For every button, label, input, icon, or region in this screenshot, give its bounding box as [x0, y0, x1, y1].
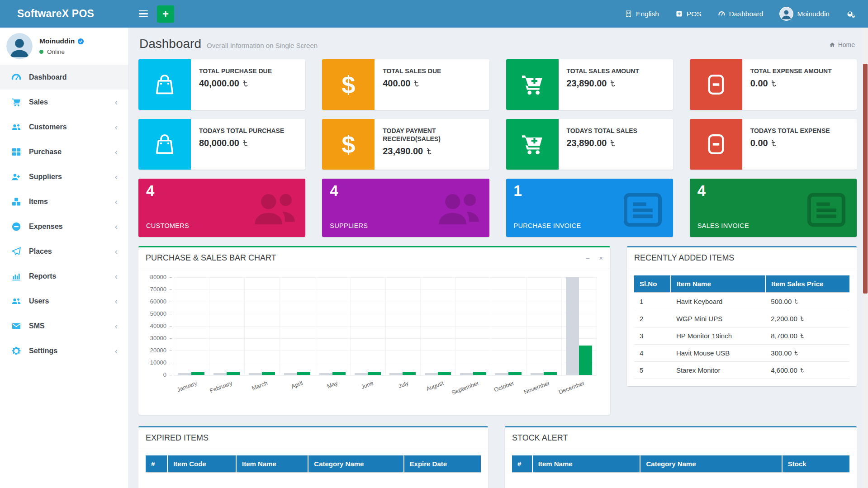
table-cell: Starex Monitor	[671, 362, 765, 379]
expired-items-table: #Item CodeItem NameCategory NameExpire D…	[146, 455, 481, 488]
chevron-left-icon: ‹	[115, 247, 118, 256]
nav-language[interactable]: English	[625, 10, 659, 18]
sidebar-item-items[interactable]: Items‹	[0, 189, 128, 214]
top-navbar: SoftwareX POS + English POS Dashboard Mo…	[0, 0, 868, 28]
sidebar-item-label: Dashboard	[29, 73, 118, 81]
bar-chart-icon	[11, 271, 22, 282]
sidebar-item-expenses[interactable]: Expenses‹	[0, 214, 128, 239]
sidebar-item-places[interactable]: Places‹	[0, 239, 128, 264]
chart-bar-purchase	[425, 373, 438, 375]
sidebar-item-label: Customers	[29, 123, 108, 131]
y-axis-tick-label: 60000	[138, 298, 166, 305]
sidebar-item-label: Expenses	[29, 223, 108, 231]
sidebar-user-panel: Moinuddin Online	[0, 28, 128, 65]
purchase-sales-bar-chart: 0100002000030000400005000060000700008000…	[138, 269, 610, 415]
sidebar-toggle-icon[interactable]	[139, 10, 148, 18]
users-icon	[11, 122, 22, 133]
column-header: Item Name	[671, 275, 765, 293]
app-window: SoftwareX POS + English POS Dashboard Mo…	[0, 0, 868, 488]
gears-icon	[846, 9, 855, 19]
gridline	[561, 277, 562, 375]
gauge-icon	[718, 10, 726, 18]
check-badge-icon	[77, 38, 84, 45]
sidebar-item-customers[interactable]: Customers‹	[0, 114, 128, 139]
table-cell	[782, 473, 849, 488]
axis-tick	[170, 277, 172, 278]
table-cell	[404, 473, 481, 488]
table-row[interactable]: 3HP Monitor 19inch8,700.00	[634, 327, 849, 345]
chevron-left-icon: ‹	[115, 172, 118, 181]
chart-bar-purchase	[389, 373, 403, 375]
x-axis-tick-label: October	[493, 379, 515, 393]
online-status-dot	[39, 50, 43, 54]
sidebar-item-suppliers[interactable]: Suppliers‹	[0, 164, 128, 189]
chart-bar-purchase	[213, 373, 227, 375]
sidebar-user-status: Online	[47, 48, 65, 55]
table-row[interactable]: 2WGP Mini UPS2,200.00	[634, 310, 849, 327]
scrollbar-track[interactable]	[863, 28, 868, 488]
sidebar-item-sms[interactable]: SMS‹	[0, 313, 128, 338]
minus-square-icon	[690, 59, 742, 110]
table-cell: HP Monitor 19inch	[671, 327, 765, 345]
table-row[interactable]: 5Starex Monitor4,600.00	[634, 362, 849, 379]
sidebar-item-users[interactable]: Users‹	[0, 289, 128, 313]
table-row	[512, 473, 849, 488]
stat-card-value: 0.00	[750, 138, 830, 148]
breadcrumb-home: Home	[838, 41, 855, 48]
language-icon	[625, 10, 632, 18]
chevron-left-icon: ‹	[115, 222, 118, 231]
table-cell: 2	[634, 310, 671, 327]
chart-bar-sales	[508, 372, 522, 375]
shopping-bag-icon	[138, 119, 191, 170]
users-group-icon	[433, 184, 485, 236]
brand-logo[interactable]: SoftwareX POS	[0, 8, 129, 20]
column-header: #	[146, 455, 167, 473]
close-button[interactable]: ×	[599, 254, 603, 262]
chevron-left-icon: ‹	[115, 123, 118, 131]
sidebar-item-reports[interactable]: Reports‹	[0, 264, 128, 289]
breadcrumb[interactable]: Home	[829, 41, 855, 48]
table-cell	[512, 473, 532, 488]
x-axis-tick-label: February	[209, 379, 233, 394]
sidebar-item-label: SMS	[29, 322, 108, 330]
sidebar-item-settings[interactable]: Settings‹	[0, 338, 128, 363]
nav-dashboard[interactable]: Dashboard	[718, 10, 764, 18]
scrollbar-thumb[interactable]	[863, 64, 868, 294]
cart-plus-icon	[506, 119, 559, 170]
recently-added-items-panel: RECENTLY ADDED ITEMS Sl.NoItem NameItem …	[627, 246, 857, 386]
plus-square-icon	[675, 10, 683, 18]
tile-label: SALES INVOICE	[697, 222, 749, 229]
grid-icon	[11, 147, 22, 157]
table-row[interactable]: 4Havit Mouse USB300.00	[634, 345, 849, 362]
collapse-button[interactable]: −	[586, 254, 590, 262]
table-row[interactable]: 1Havit Keyboard500.00	[634, 293, 849, 310]
stat-card-title: TODAYS TOTAL SALES	[567, 127, 637, 135]
sidebar-item-sales[interactable]: Sales‹	[0, 90, 128, 114]
nav-user-menu[interactable]: Moinuddin	[779, 7, 830, 21]
quick-add-button[interactable]: +	[157, 5, 174, 23]
stat-card-title: TOTAL SALES AMOUNT	[567, 67, 639, 75]
gridline	[350, 277, 351, 375]
y-axis-tick-label: 20000	[138, 347, 166, 354]
table-cell: Havit Mouse USB	[671, 345, 765, 362]
stat-card-value: 23,890.00	[567, 78, 639, 89]
page-title: Dashboard	[139, 37, 201, 51]
chart-bar-sales	[191, 372, 204, 375]
table-cell: 4,600.00	[765, 362, 849, 379]
nav-pos[interactable]: POS	[675, 10, 702, 18]
x-axis-tick-label: December	[558, 379, 585, 395]
recent-items-title: RECENTLY ADDED ITEMS	[634, 253, 734, 263]
table-cell: 300.00	[765, 345, 849, 362]
stat-card-value: 23,490.00	[383, 146, 484, 156]
tile-count: 1	[514, 182, 522, 199]
sidebar-item-purchase[interactable]: Purchase‹	[0, 139, 128, 164]
sidebar-item-dashboard[interactable]: Dashboard	[0, 65, 128, 90]
axis-tick	[170, 375, 172, 375]
content-header: Dashboard Overall Information on Single …	[138, 28, 857, 59]
table-cell: 4	[634, 345, 671, 362]
chart-bar-purchase	[178, 373, 191, 375]
stat-card-title: TODAYS TOTAL EXPENSE	[750, 127, 830, 135]
chart-bar-sales	[262, 372, 275, 375]
nav-settings[interactable]	[846, 9, 855, 19]
chart-bar-purchase	[531, 373, 544, 375]
